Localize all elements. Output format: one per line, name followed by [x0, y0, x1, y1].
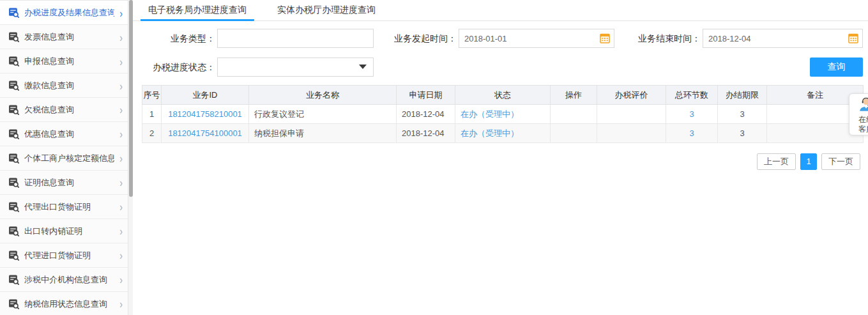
business-id-link[interactable]: 1812041758210001 [168, 109, 242, 119]
sidebar-item-preference-query[interactable]: 优惠信息查询 › [0, 122, 128, 146]
col-header-operation: 操作 [551, 86, 597, 105]
cell-seq: 2 [142, 124, 162, 143]
chevron-right-icon: › [119, 176, 123, 188]
progress-status-select[interactable] [217, 58, 374, 77]
status-link[interactable]: 在办（受理中） [461, 128, 519, 138]
cell-deadline: 3 [718, 124, 767, 143]
sidebar-item-label: 办税进度及结果信息查询 [24, 7, 114, 19]
sidebar-item-tax-credit-query[interactable]: 纳税信用状态信息查询 › [0, 292, 128, 315]
pagination: 上一页 1 下一页 [757, 153, 860, 170]
chevron-right-icon: › [119, 298, 123, 309]
status-link[interactable]: 在办（受理中） [461, 109, 519, 119]
tax-progress-search-icon [8, 7, 19, 18]
sidebar-item-intermediary-query[interactable]: 涉税中介机构信息查询 › [0, 268, 128, 292]
chevron-right-icon: › [119, 79, 123, 91]
cell-operation [551, 105, 597, 124]
business-id-link[interactable]: 1812041754100001 [168, 128, 242, 138]
agent-export-icon [8, 201, 19, 212]
start-time-label: 业务发起时间： [392, 29, 457, 48]
sidebar-item-individual-quota-query[interactable]: 个体工商户核定定额信息查询 › [0, 146, 128, 171]
col-header-apply-date: 申请日期 [397, 86, 455, 105]
col-header-business-name: 业务名称 [249, 86, 397, 105]
sidebar-item-certificate-query[interactable]: 证明信息查询 › [0, 171, 128, 195]
sidebar-item-invoice-query[interactable]: 发票信息查询 › [0, 25, 128, 49]
export-domestic-icon [8, 226, 19, 236]
chevron-right-icon: › [119, 31, 123, 42]
chevron-down-icon [359, 65, 367, 69]
sidebar-item-label: 缴款信息查询 [24, 80, 74, 91]
tab-etax-progress[interactable]: 电子税务局办理进度查询 [141, 0, 254, 21]
start-time-input[interactable] [459, 29, 614, 48]
end-time-field [703, 29, 863, 48]
sidebar-item-agent-import-cert[interactable]: 代理进口货物证明 › [0, 243, 128, 268]
calendar-icon[interactable] [848, 33, 858, 43]
total-steps-link[interactable]: 3 [689, 109, 694, 119]
invoice-search-icon [8, 31, 19, 42]
cell-deadline: 3 [718, 105, 767, 124]
cell-evaluation [597, 124, 666, 143]
col-header-deadline: 办结期限 [718, 86, 767, 105]
calendar-icon[interactable] [600, 33, 610, 43]
sidebar-item-label: 纳税信用状态信息查询 [24, 298, 107, 310]
start-time-field [459, 29, 614, 48]
tab-hall-progress[interactable]: 实体办税厅办理进度查询 [270, 0, 383, 21]
main-content: 电子税务局办理进度查询 实体办税厅办理进度查询 业务类型： 业务发起时间： 业务… [133, 0, 868, 315]
cell-business-name: 纳税担保申请 [249, 124, 397, 143]
current-page-button[interactable]: 1 [800, 153, 817, 170]
tax-arrears-search-icon [8, 104, 19, 115]
sidebar-item-label: 证明信息查询 [24, 177, 74, 188]
col-header-evaluation: 办税评价 [597, 86, 666, 105]
chevron-right-icon: › [119, 273, 123, 285]
cell-apply-date: 2018-12-04 [397, 124, 455, 143]
chevron-right-icon: › [119, 201, 123, 212]
tax-credit-search-icon [8, 298, 19, 309]
cell-apply-date: 2018-12-04 [397, 105, 455, 124]
agent-import-icon [8, 250, 19, 261]
sidebar-item-label: 出口转内销证明 [24, 226, 82, 237]
preference-search-icon [8, 128, 19, 139]
table-row: 1 1812041758210001 行政复议登记 2018-12-04 在办（… [142, 105, 864, 124]
chevron-right-icon: › [119, 225, 123, 236]
chevron-right-icon: › [119, 152, 123, 164]
col-header-total-steps: 总环节数 [666, 86, 718, 105]
chevron-right-icon: › [119, 128, 123, 139]
chevron-right-icon: › [119, 6, 123, 18]
declaration-search-icon [8, 56, 19, 66]
sidebar-item-label: 欠税信息查询 [24, 104, 74, 116]
col-header-status: 状态 [455, 86, 551, 105]
individual-quota-icon [8, 153, 19, 164]
sidebar-scrollbar[interactable] [128, 0, 133, 315]
sidebar-item-label: 发票信息查询 [24, 31, 74, 43]
online-service-widget[interactable]: 在线 客服 [849, 93, 868, 135]
sidebar-item-agent-export-cert[interactable]: 代理出口货物证明 › [0, 195, 128, 219]
total-steps-link[interactable]: 3 [689, 128, 694, 138]
col-header-seq: 序号 [142, 86, 162, 105]
cell-evaluation [597, 105, 666, 124]
sidebar-item-tax-progress-query[interactable]: 办税进度及结果信息查询 › [0, 1, 128, 25]
sidebar-item-label: 个体工商户核定定额信息查询 [24, 153, 114, 164]
chevron-right-icon: › [119, 55, 123, 66]
progress-status-label: 办税进度状态： [133, 58, 215, 77]
sidebar-item-label: 涉税中介机构信息查询 [24, 274, 107, 286]
sidebar-item-export-domestic-cert[interactable]: 出口转内销证明 › [0, 219, 128, 243]
results-table: 序号 业务ID 业务名称 申请日期 状态 操作 办税评价 总环节数 办结期限 备… [142, 85, 864, 143]
end-time-label: 业务结束时间： [636, 29, 701, 48]
online-service-label-line2: 客服 [849, 125, 868, 134]
cell-business-name: 行政复议登记 [249, 105, 397, 124]
certificate-search-icon [8, 177, 19, 188]
business-type-label: 业务类型： [133, 29, 215, 48]
end-time-input[interactable] [703, 29, 863, 48]
table-row: 2 1812041754100001 纳税担保申请 2018-12-04 在办（… [142, 124, 864, 143]
prev-page-button[interactable]: 上一页 [757, 153, 796, 170]
next-page-button[interactable]: 下一页 [821, 153, 860, 170]
sidebar-item-label: 申报信息查询 [24, 56, 74, 67]
chevron-right-icon: › [119, 104, 123, 115]
sidebar-item-payment-query[interactable]: 缴款信息查询 › [0, 73, 128, 98]
tab-bar: 电子税务局办理进度查询 实体办税厅办理进度查询 [133, 0, 868, 21]
sidebar-item-declaration-query[interactable]: 申报信息查询 › [0, 49, 128, 73]
cell-operation [551, 124, 597, 143]
online-service-label-line1: 在线 [849, 115, 868, 125]
business-type-input[interactable] [217, 29, 374, 48]
query-button[interactable]: 查询 [810, 58, 863, 77]
sidebar-item-tax-arrears-query[interactable]: 欠税信息查询 › [0, 98, 128, 122]
